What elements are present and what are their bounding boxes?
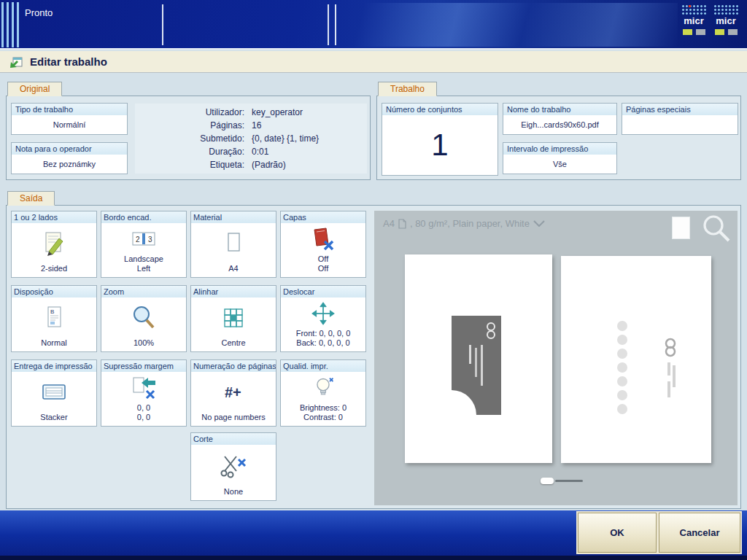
option-label: Supressão margem: [101, 360, 186, 372]
option-covers-button[interactable]: Capas Off Off: [280, 211, 366, 278]
option-label: Qualid. impr.: [281, 360, 365, 372]
option-value: Front: 0, 0, 0, 0 Back: 0, 0, 0, 0: [281, 329, 365, 351]
option-label: Deslocar: [281, 286, 365, 298]
option-binding-edge-button[interactable]: Bordo encad. 2 3 Landscape Left: [101, 211, 187, 278]
stacker-icon: [39, 378, 69, 406]
option-media-button[interactable]: Material A4: [190, 211, 276, 278]
dialog-title-bar: Editar trabalho: [0, 51, 747, 73]
info-label: Utilizador:: [135, 107, 244, 118]
job-name-value: Eigh...cards90x60.pdf: [503, 115, 616, 134]
option-label: Bordo encad.: [101, 211, 186, 223]
svg-text:2: 2: [136, 236, 140, 244]
option-label: Alinhar: [191, 286, 276, 298]
brand-stripes-decoration: [1, 2, 20, 47]
option-delivery-button[interactable]: Entrega de impressão Stacker: [11, 359, 97, 427]
micr-logo-text: micr: [684, 15, 703, 27]
preview-page-back: [561, 256, 711, 463]
micr-logo: micr: [680, 4, 708, 44]
svg-text:3: 3: [148, 236, 152, 244]
info-value: key_operator: [252, 107, 303, 118]
option-value: No page numbers: [191, 413, 276, 426]
print-range-label: Intervalo de impressão: [503, 143, 616, 155]
media-icon: [220, 230, 247, 257]
media-selector[interactable]: A4 , 80 g/m², Plain paper, White: [383, 218, 545, 229]
header-separator: [328, 4, 329, 45]
job-name-label: Nome do trabalho: [503, 104, 616, 115]
cancel-button[interactable]: Cancelar: [659, 513, 740, 553]
option-align-button[interactable]: Alinhar Centre: [190, 285, 276, 352]
slider-track: [555, 480, 583, 482]
print-range-button[interactable]: Intervalo de impressão Vše: [503, 142, 617, 174]
print-range-value: Vše: [503, 155, 616, 174]
special-pages-value: [622, 115, 738, 134]
magnifier-icon: [700, 212, 733, 246]
option-label: Numeração de páginas: [191, 360, 276, 372]
preview-page-front: [405, 254, 552, 463]
option-print-quality-button[interactable]: Qualid. impr. Brightness: 0 Contrast: 0: [280, 359, 366, 427]
covers-icon: [309, 225, 338, 253]
ok-button[interactable]: OK: [578, 513, 657, 553]
number-of-sets-label: Número de conjuntos: [382, 104, 498, 115]
job-name-button[interactable]: Nome do trabalho Eigh...cards90x60.pdf: [503, 103, 617, 135]
layout-icon: B: [41, 305, 67, 331]
operator-note-button[interactable]: Nota para o operador Bez poznámky: [11, 142, 128, 174]
info-value: (Padrão): [252, 160, 286, 171]
media-name: A4: [383, 218, 395, 229]
binding-edge-icon: 2 3: [129, 227, 158, 252]
info-row: Submetido: {0, date} {1, time}: [135, 133, 367, 144]
micr-color-chips: [683, 29, 705, 35]
option-value: 100%: [101, 338, 186, 351]
job-type-value: Normální: [12, 115, 127, 134]
job-info-box: Utilizador: key_operator Páginas: 16 Sub…: [135, 104, 367, 174]
option-shift-button[interactable]: Deslocar Front: 0, 0, 0, 0 Back: 0, 0, 0…: [280, 285, 366, 352]
brand-logos: micr micr: [680, 4, 740, 44]
operator-note-label: Nota para o operador: [12, 143, 127, 155]
align-icon: [220, 304, 247, 332]
info-label: Etiqueta:: [135, 160, 244, 171]
special-pages-button[interactable]: Páginas especiais: [622, 103, 738, 135]
zoom-icon: [130, 304, 158, 332]
option-value: 0, 0 0, 0: [101, 403, 186, 426]
info-label: Duração:: [135, 147, 244, 158]
option-margin-erase-button[interactable]: Supressão margem 0, 0 0, 0: [101, 359, 187, 427]
info-value: 16: [252, 120, 261, 131]
yellow-chip: [683, 29, 692, 35]
edit-job-icon: [9, 55, 23, 69]
info-row: Utilizador: key_operator: [135, 107, 367, 118]
info-label: Páginas:: [135, 120, 244, 131]
micr-logo-text: micr: [716, 15, 735, 27]
panel-original: Original Tipo de trabalho Normální Nota …: [6, 96, 371, 180]
print-preview-area: A4 , 80 g/m², Plain paper, White: [374, 211, 738, 505]
margin-erase-icon: [129, 375, 158, 401]
option-trim-button[interactable]: Corte None: [190, 432, 276, 501]
info-row: Páginas: 16: [135, 120, 367, 131]
card-front-art: [405, 254, 552, 463]
tab-saida[interactable]: Saída: [7, 191, 55, 206]
option-layout-button[interactable]: Disposição B Normal: [11, 285, 97, 352]
option-label: Capas: [281, 211, 365, 223]
preview-zoom-slider[interactable]: [541, 476, 583, 485]
option-zoom-button[interactable]: Zoom 100%: [101, 285, 187, 352]
option-page-numbers-button[interactable]: Numeração de páginas #+ No page numbers: [190, 359, 276, 427]
job-type-label: Tipo de trabalho: [12, 104, 127, 115]
micr-color-chips: [715, 29, 738, 35]
svg-text:B: B: [50, 308, 54, 315]
page-thumbnail-button[interactable]: [672, 217, 690, 239]
option-value: None: [191, 487, 276, 500]
micr-logo: micr: [712, 4, 740, 44]
number-of-sets-value: 1: [382, 115, 498, 175]
card-back-art: [561, 256, 711, 463]
option-sides-button[interactable]: 1 ou 2 lados 2-sided: [11, 211, 97, 278]
option-value: Centre: [191, 338, 276, 351]
magnifier-button[interactable]: [700, 212, 733, 246]
slider-handle[interactable]: [541, 478, 554, 484]
number-of-sets-button[interactable]: Número de conjuntos 1: [382, 103, 498, 176]
option-value: 2-sided: [12, 264, 96, 277]
job-type-button[interactable]: Tipo de trabalho Normální: [11, 103, 128, 135]
bottom-edge-strip: [0, 556, 747, 560]
page-icon: [398, 219, 406, 229]
option-value: Off Off: [281, 254, 365, 277]
tab-trabalho[interactable]: Trabalho: [378, 82, 437, 96]
page-title: Editar trabalho: [30, 55, 107, 68]
tab-original[interactable]: Original: [7, 82, 62, 96]
